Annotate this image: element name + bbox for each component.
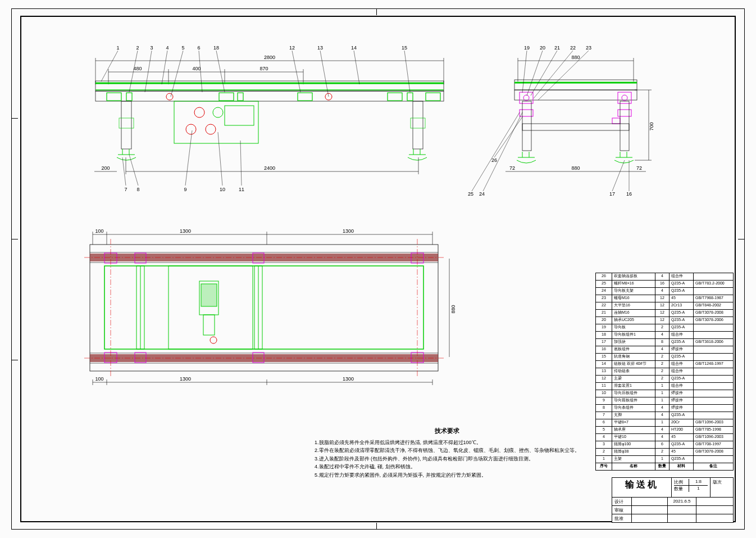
bom-cell: 焊接件 bbox=[669, 405, 693, 412]
svg-text:6: 6 bbox=[197, 45, 200, 51]
bom-cell: 45 bbox=[669, 295, 693, 302]
bom-cell bbox=[693, 456, 733, 463]
bom-header-cell: 备注 bbox=[693, 463, 733, 470]
bom-cell: 4 bbox=[655, 427, 669, 433]
bom-cell: 4 bbox=[596, 434, 612, 441]
bom-cell: 4 bbox=[655, 434, 669, 441]
svg-rect-20 bbox=[407, 93, 413, 101]
svg-rect-26 bbox=[413, 101, 423, 149]
svg-text:3: 3 bbox=[150, 45, 153, 51]
bom-cell: GB/T7988-1987 bbox=[693, 295, 733, 302]
svg-point-31 bbox=[186, 124, 196, 134]
bom-cell: 主梁 bbox=[612, 376, 655, 382]
bom-cell: 1 bbox=[655, 456, 669, 463]
svg-rect-15 bbox=[126, 93, 132, 101]
svg-rect-18 bbox=[298, 93, 312, 101]
svg-point-22 bbox=[166, 93, 173, 100]
bom-cell: 轴承UC205 bbox=[612, 317, 655, 324]
bom-cell: 9 bbox=[596, 397, 612, 404]
bom-cell: 14 bbox=[596, 361, 612, 368]
bom-cell: 17 bbox=[596, 339, 612, 346]
bom-cell: 焊接件 bbox=[669, 397, 693, 404]
bom-cell: 轨道角钢 bbox=[612, 354, 655, 360]
svg-line-41 bbox=[162, 51, 167, 84]
svg-text:23: 23 bbox=[586, 45, 591, 51]
bom-cell: Q235-A bbox=[669, 288, 693, 295]
svg-line-38 bbox=[101, 51, 118, 82]
svg-rect-155 bbox=[203, 315, 215, 335]
bom-cell: 4 bbox=[655, 412, 669, 419]
bom-cell: GB/T3078-2008 bbox=[693, 310, 733, 317]
bom-cell: 12 bbox=[655, 302, 669, 309]
tick-bottom bbox=[376, 523, 377, 529]
bom-cell: Q235-A bbox=[669, 354, 693, 360]
svg-rect-73 bbox=[514, 80, 637, 90]
bom-cell: 4 bbox=[655, 332, 669, 338]
title-block: 输送机 比例1:8 数量1 版次 设计 2021.6.5 审核 批准 bbox=[612, 477, 734, 523]
bom-cell: 12 bbox=[655, 295, 669, 302]
bom-cell: GB/T1096-2003 bbox=[693, 434, 733, 441]
bom-cell bbox=[693, 390, 733, 397]
svg-text:1300: 1300 bbox=[343, 376, 354, 382]
note-line: 3.进入装配阶段件及部件 (包括外购件、外协件), 均必须具有检检部门即当场双方… bbox=[315, 455, 580, 463]
bom-cell: 平键10 bbox=[612, 434, 655, 441]
svg-text:16: 16 bbox=[626, 191, 632, 197]
svg-line-61 bbox=[129, 155, 138, 186]
bom-cell: 组合件 bbox=[669, 383, 693, 390]
note-line: 1.脱脂前必须先将件全件采用低温烘烤进行热清, 烘烤温度不得超过100℃。 bbox=[315, 438, 580, 446]
svg-rect-152 bbox=[168, 266, 253, 349]
bom-cell bbox=[693, 368, 733, 375]
tick-r2 bbox=[738, 239, 744, 239]
tech-requirements: 技术要求 1.脱脂前必须先将件全件采用低温烘烤进行热清, 烘烤温度不得超过100… bbox=[315, 426, 580, 479]
svg-rect-84 bbox=[620, 101, 629, 151]
svg-text:17: 17 bbox=[609, 191, 615, 197]
bom-cell: 8 bbox=[655, 339, 669, 346]
drawing-title: 输送机 bbox=[612, 478, 671, 497]
bom-cell: 导向条组件 bbox=[612, 405, 655, 412]
bom-cell: 螺母M16 bbox=[612, 295, 655, 302]
svg-point-29 bbox=[194, 107, 204, 117]
svg-point-32 bbox=[206, 124, 216, 134]
bom-cell: GB/T708-1997 bbox=[693, 441, 733, 448]
bom-cell: Q235-A bbox=[669, 317, 693, 324]
bom-cell: 3 bbox=[596, 441, 612, 448]
bom-cell: 5 bbox=[596, 427, 612, 433]
bom-cell: 辊筒φ100 bbox=[612, 441, 655, 448]
dim-870: 870 bbox=[259, 66, 268, 71]
bom-cell: 12 bbox=[655, 310, 669, 317]
bom-cell: 11 bbox=[596, 383, 612, 390]
bom-cell: 组合件 bbox=[669, 361, 693, 368]
bom-cell: 4 bbox=[655, 288, 669, 295]
svg-rect-21 bbox=[426, 93, 440, 101]
dim-480: 480 bbox=[133, 66, 142, 71]
svg-rect-33 bbox=[225, 106, 254, 125]
bom-cell: 2Cr13 bbox=[669, 302, 693, 309]
bom-cell: 2 bbox=[596, 449, 612, 455]
bom-header-cell: 名称 bbox=[612, 463, 655, 470]
bom-cell: 20Cr bbox=[669, 419, 693, 426]
svg-text:11: 11 bbox=[239, 187, 244, 192]
bom-cell: 2 bbox=[655, 324, 669, 331]
bom-cell: 7 bbox=[596, 412, 612, 419]
bom-cell: 12 bbox=[596, 376, 612, 382]
bom-cell: 1 bbox=[655, 383, 669, 390]
svg-text:25: 25 bbox=[468, 191, 473, 197]
svg-line-100 bbox=[612, 160, 625, 191]
bom-cell: 21 bbox=[596, 310, 612, 317]
bom-cell bbox=[693, 324, 733, 331]
dim-72a: 72 bbox=[509, 165, 515, 171]
bom-cell: 1 bbox=[655, 397, 669, 404]
svg-text:9: 9 bbox=[184, 187, 186, 192]
tick-top bbox=[376, 9, 377, 15]
tick-l1 bbox=[12, 118, 18, 119]
bom-cell: 24 bbox=[596, 288, 612, 295]
bom-cell: HT200 bbox=[669, 427, 693, 433]
bom-cell: 8 bbox=[596, 405, 612, 412]
bom-cell bbox=[693, 288, 733, 295]
bom-cell: 16 bbox=[596, 346, 612, 353]
svg-text:10: 10 bbox=[220, 187, 225, 192]
svg-rect-24 bbox=[121, 101, 131, 149]
svg-text:1300: 1300 bbox=[343, 228, 354, 234]
svg-rect-83 bbox=[522, 101, 531, 151]
svg-rect-81 bbox=[618, 110, 631, 116]
